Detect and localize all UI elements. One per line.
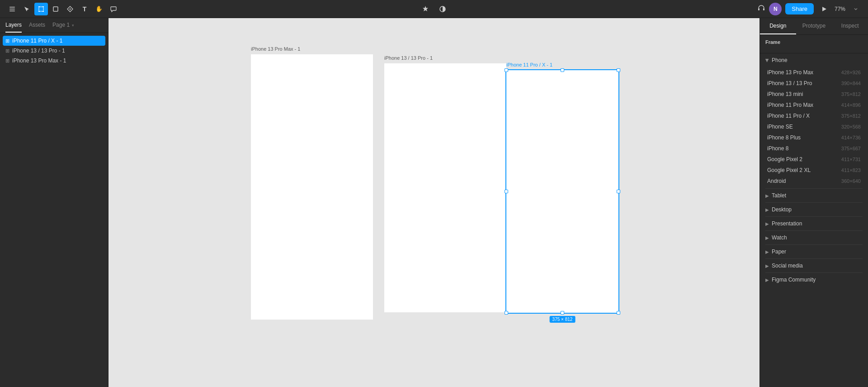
phone-item-android[interactable]: Android 360×640 (760, 176, 868, 186)
phone-item-size: 414×736 (841, 135, 861, 140)
socialmedia-label: Social media (772, 263, 803, 269)
tablet-section-header[interactable]: ▶ Tablet (760, 189, 868, 202)
comment-tool-button[interactable] (107, 3, 120, 15)
phone-item-pixel2xl[interactable]: Google Pixel 2 XL 411×823 (760, 165, 868, 176)
resize-handle-tm[interactable] (561, 68, 564, 72)
frame-label-iphone13: iPhone 13 / 13 Pro - 1 (384, 55, 433, 61)
svg-rect-0 (9, 7, 15, 8)
toolbar: T ✋ (0, 0, 868, 18)
phone-item-iphone13promax[interactable]: iPhone 13 Pro Max 428×926 (760, 67, 868, 78)
resize-handle-tl[interactable] (505, 68, 508, 72)
resize-handle-mr[interactable] (617, 190, 620, 193)
tab-inspect[interactable]: Inspect (832, 18, 868, 34)
tab-assets[interactable]: Assets (29, 22, 45, 33)
layer-item-iphone13promax[interactable]: ⊞ iPhone 13 Pro Max - 1 (0, 56, 108, 66)
resize-handle-tr[interactable] (617, 68, 620, 72)
paper-label: Paper (772, 248, 786, 255)
phone-item-iphonese[interactable]: iPhone SE 320×568 (760, 121, 868, 132)
phone-items-list: iPhone 13 Pro Max 428×926 iPhone 13 / 13… (760, 67, 868, 188)
phone-item-iphone8[interactable]: iPhone 8 375×667 (760, 143, 868, 154)
tab-page[interactable]: Page 1 ▾ (52, 22, 74, 33)
toolbar-center (419, 3, 449, 15)
phone-item-iphone8plus[interactable]: iPhone 8 Plus 414×736 (760, 132, 868, 143)
frame-tool-button[interactable] (34, 3, 48, 15)
frame-body-iphone13[interactable] (384, 63, 506, 312)
layer-item-iphone13[interactable]: ⊞ iPhone 13 / 13 Pro - 1 (0, 46, 108, 56)
layer-label-iphone13promax: iPhone 13 Pro Max - 1 (12, 57, 66, 64)
phone-item-name: iPhone SE (767, 124, 793, 130)
canvas[interactable]: iPhone 13 Pro Max - 1 iPhone 13 / 13 Pro… (108, 18, 760, 387)
phone-collapse-arrow: ▶ (765, 58, 770, 62)
zoom-dropdown-button[interactable] (849, 3, 863, 15)
frame-wrapper-iphone11: iPhone 11 Pro / X - 1 375 × 812 (506, 70, 618, 313)
zoom-level[interactable]: 77% (835, 6, 845, 12)
menu-button[interactable] (5, 3, 19, 15)
desktop-label: Desktop (772, 206, 792, 213)
svg-rect-7 (40, 6, 43, 7)
phone-item-name: iPhone 11 Pro Max (767, 102, 813, 108)
presentation-label: Presentation (772, 220, 802, 227)
desktop-section-header[interactable]: ▶ Desktop (760, 203, 868, 216)
frame-layer-icon-2: ⊞ (5, 48, 9, 54)
svg-point-12 (70, 8, 71, 10)
phone-item-size: 375×812 (841, 91, 861, 97)
frame-layer-icon-3: ⊞ (5, 58, 9, 64)
play-button[interactable] (817, 3, 831, 15)
watch-section-header[interactable]: ▶ Watch (760, 231, 868, 244)
right-sidebar: Design Prototype Inspect Frame ▶ Phone i… (760, 18, 868, 387)
presentation-section-header[interactable]: ▶ Presentation (760, 217, 868, 230)
tab-prototype[interactable]: Prototype (796, 18, 832, 34)
paper-section-header[interactable]: ▶ Paper (760, 245, 868, 258)
phone-item-iphone13mini[interactable]: iPhone 13 mini 375×812 (760, 89, 868, 100)
user-avatar[interactable]: N (769, 3, 782, 15)
tab-layers[interactable]: Layers (5, 22, 22, 33)
contrast-button[interactable] (436, 3, 449, 15)
text-tool-button[interactable]: T (78, 3, 91, 15)
socialmedia-section-header[interactable]: ▶ Social media (760, 259, 868, 272)
frame-section: Frame (760, 35, 868, 53)
phone-item-size: 360×640 (841, 178, 861, 184)
figmacommunity-section-header[interactable]: ▶ Figma Community (760, 273, 868, 287)
phone-item-pixel2[interactable]: Google Pixel 2 411×731 (760, 154, 868, 165)
phone-item-size: 428×926 (841, 70, 861, 75)
phone-item-name: iPhone 13 mini (767, 91, 803, 97)
move-tool-button[interactable] (20, 3, 33, 15)
resize-handle-bm[interactable] (561, 311, 564, 315)
phone-item-name: iPhone 11 Pro / X (767, 113, 810, 119)
frame-layer-icon: ⊞ (5, 38, 9, 44)
phone-item-name: iPhone 13 / 13 Pro (767, 80, 812, 86)
resize-handle-br[interactable] (617, 311, 620, 315)
layer-label-iphone13: iPhone 13 / 13 Pro - 1 (12, 48, 65, 54)
phone-item-name: iPhone 8 Plus (767, 134, 801, 141)
phone-section-header[interactable]: ▶ Phone (760, 53, 868, 67)
phone-section: ▶ Phone iPhone 13 Pro Max 428×926 iPhone… (760, 53, 868, 188)
resize-handle-ml[interactable] (505, 190, 508, 193)
phone-item-size: 320×568 (841, 124, 861, 129)
plugins-button[interactable] (419, 3, 432, 15)
pen-tool-button[interactable] (63, 3, 77, 15)
frame-body-iphone13promax[interactable] (251, 54, 373, 320)
phone-section-label: Phone (772, 57, 788, 63)
share-button[interactable]: Share (785, 3, 814, 14)
frame-body-iphone11[interactable] (506, 70, 618, 313)
phone-item-iphone1313pro[interactable]: iPhone 13 / 13 Pro 390×844 (760, 78, 868, 89)
phone-item-iphone11promax[interactable]: iPhone 11 Pro Max 414×896 (760, 100, 868, 110)
phone-item-size: 390×844 (841, 81, 861, 86)
layer-name-input[interactable] (12, 38, 103, 44)
resize-handle-bl[interactable] (505, 311, 508, 315)
tab-design[interactable]: Design (760, 18, 796, 34)
frame-section-label: Frame (765, 39, 863, 45)
tool-group-left: T ✋ (5, 3, 120, 15)
shape-tool-button[interactable] (49, 3, 62, 15)
right-tabs: Design Prototype Inspect (760, 18, 868, 35)
svg-rect-11 (53, 7, 58, 11)
svg-rect-8 (40, 11, 43, 11)
phone-item-size: 375×812 (841, 113, 861, 119)
layers-panel: ⊞ ⊞ iPhone 13 / 13 Pro - 1 ⊞ iPhone 13 P… (0, 33, 108, 387)
hand-tool-button[interactable]: ✋ (92, 3, 106, 15)
layer-item-iphone11[interactable]: ⊞ (3, 36, 105, 46)
svg-rect-1 (9, 9, 15, 10)
headphone-icon[interactable] (757, 4, 765, 14)
phone-item-iphone11prox[interactable]: iPhone 11 Pro / X 375×812 (760, 110, 868, 121)
svg-rect-15 (763, 8, 764, 10)
